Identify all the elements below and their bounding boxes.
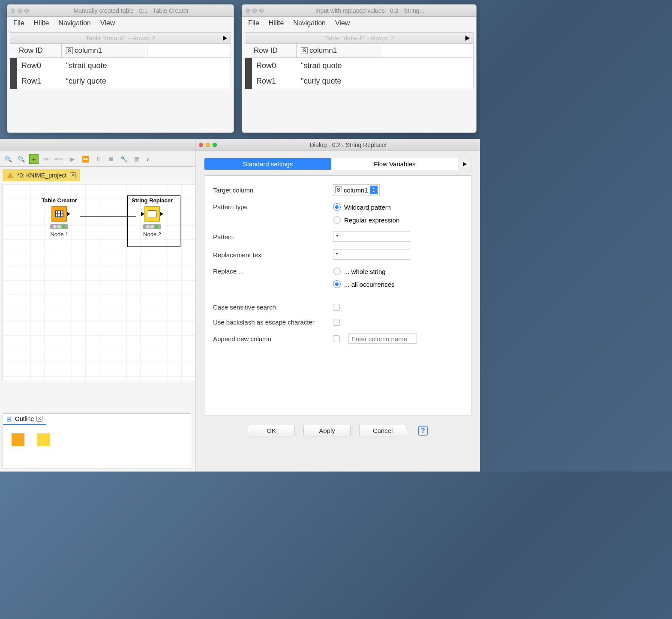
radio-all-occurrences[interactable]: ... all occurrences <box>333 280 462 288</box>
label-pattern-type: Pattern type <box>213 203 333 210</box>
menu-navigation[interactable]: Navigation <box>293 19 326 27</box>
output-port-icon[interactable] <box>67 212 70 216</box>
radio-label: ... whole string <box>344 268 386 275</box>
play-icon[interactable] <box>223 36 227 41</box>
apply-button[interactable]: Apply <box>303 425 351 436</box>
warning-icon <box>7 172 14 178</box>
outline-tab[interactable]: Outline × <box>3 414 46 425</box>
tab-next-icon[interactable] <box>458 158 471 170</box>
append-column-checkbox[interactable] <box>333 335 340 342</box>
table-window-2: Input with replaced values - 0:2 - Strin… <box>242 4 477 133</box>
table-row[interactable]: Row0 "strait quote <box>245 58 473 73</box>
radio-label: ... all occurrences <box>344 281 395 288</box>
table: Row ID S column1 Row0 "strait quote Row1… <box>10 44 231 89</box>
project-tab[interactable]: *0: KNIME_project × <box>3 169 80 181</box>
pause-icon[interactable]: ⏸ <box>93 154 103 164</box>
zoom-icon[interactable]: 🔍 <box>16 154 26 164</box>
radio-whole-string[interactable]: ... whole string <box>333 267 462 275</box>
menu-view[interactable]: View <box>335 19 350 27</box>
titlebar[interactable]: Manually created table - 0:1 - Table Cre… <box>7 5 234 17</box>
target-column-select[interactable]: S column1 <box>333 184 380 195</box>
add-icon[interactable]: + <box>29 154 39 164</box>
play-icon[interactable] <box>465 36 470 41</box>
dialog-titlebar[interactable]: Dialog - 0:2 - String Replacer <box>195 139 480 151</box>
close-icon[interactable] <box>199 143 203 147</box>
menu-file[interactable]: File <box>13 19 24 27</box>
menu-navigation[interactable]: Navigation <box>58 19 91 27</box>
header-col-label: column1 <box>75 46 102 55</box>
zoom-icon[interactable] <box>24 9 29 13</box>
header-rowid[interactable]: Row ID <box>245 44 297 57</box>
menu-view[interactable]: View <box>100 19 115 27</box>
close-tab-icon[interactable]: × <box>70 172 76 178</box>
name-icon[interactable]: NAME <box>55 154 64 164</box>
string-replacer-dialog: Dialog - 0:2 - String Replacer Standard … <box>195 139 480 472</box>
chevron-right-icon[interactable]: › <box>147 154 149 163</box>
replacement-input[interactable] <box>333 249 410 260</box>
table-row[interactable]: Row1 “curly quote <box>10 73 231 89</box>
cell-rowid: Row0 <box>252 59 297 73</box>
backslash-checkbox[interactable] <box>333 319 340 326</box>
menu-hilite[interactable]: Hilite <box>269 19 284 27</box>
menu-file[interactable]: File <box>248 19 259 27</box>
row-append-column: Append new column <box>213 334 462 344</box>
project-tab-label: *0: KNIME_project <box>17 172 66 179</box>
table-info: Table "default" - Rows: 2 <box>245 33 473 44</box>
header-rowid[interactable]: Row ID <box>10 44 62 57</box>
header-column1[interactable]: S column1 <box>297 44 382 57</box>
label-backslash: Use backslash as escape character <box>213 319 333 326</box>
radio-icon <box>333 267 341 275</box>
titlebar[interactable]: Input with replaced values - 0:2 - Strin… <box>242 5 476 17</box>
label-replace: Replace ... <box>213 267 333 275</box>
minimize-icon[interactable] <box>18 9 22 13</box>
step-icon[interactable]: ⏩ <box>81 154 90 164</box>
cell-value: "curly quote <box>297 74 382 88</box>
cell-rowid: Row0 <box>17 59 62 73</box>
case-sensitive-checkbox[interactable] <box>333 304 340 311</box>
row-target-column: Target column S column1 <box>213 184 462 195</box>
table-header: Row ID S column1 <box>10 44 231 58</box>
stop-icon[interactable]: ⏹ <box>106 154 116 164</box>
help-icon[interactable]: ? <box>418 426 428 436</box>
cell-value: "strait quote <box>62 59 147 73</box>
close-outline-icon[interactable]: × <box>36 416 42 422</box>
radio-regex[interactable]: Regular expression <box>333 216 462 224</box>
row-marker <box>245 73 252 89</box>
tab-flow-variables[interactable]: Flow Variables <box>331 158 458 170</box>
node-string-replacer[interactable]: String Replacer Node 2 <box>132 197 173 237</box>
table-info-text: Table "default" - Rows: 2 <box>324 34 394 42</box>
header-column1[interactable]: S column1 <box>62 44 147 57</box>
close-icon[interactable] <box>11 9 15 13</box>
table-row[interactable]: Row1 "curly quote <box>245 73 473 89</box>
minimize-icon[interactable] <box>206 143 210 147</box>
node-table-creator[interactable]: Table Creator Node 1 <box>42 197 77 237</box>
search-icon[interactable]: 🔍 <box>3 154 13 164</box>
row-pattern: Pattern <box>213 231 462 242</box>
string-type-icon: S <box>301 47 308 54</box>
tab-standard-settings[interactable]: Standard settings <box>204 158 331 170</box>
input-port-icon[interactable] <box>141 212 144 216</box>
output-port-icon[interactable] <box>160 212 163 216</box>
close-icon[interactable] <box>246 9 250 13</box>
minimize-icon[interactable] <box>252 9 257 13</box>
table-area: Table "default" - Rows: 2 Row ID S colum… <box>10 32 231 89</box>
outline-preview[interactable] <box>3 425 191 455</box>
append-column-name-input[interactable] <box>348 334 417 344</box>
wrench-icon[interactable]: 🔧 <box>119 154 129 164</box>
table-row[interactable]: Row0 "strait quote <box>10 58 231 73</box>
layout-icon[interactable]: ▦ <box>132 154 141 164</box>
cell-value: "strait quote <box>297 59 382 73</box>
menu-hilite[interactable]: Hilite <box>34 19 49 27</box>
id-icon[interactable]: #ID <box>42 154 51 164</box>
outline-panel: Outline × <box>3 413 191 469</box>
radio-wildcard[interactable]: Wildcard pattern <box>333 203 462 211</box>
cancel-button[interactable]: Cancel <box>359 425 406 436</box>
radio-icon <box>333 203 341 211</box>
zoom-icon[interactable] <box>213 143 217 147</box>
zoom-icon[interactable] <box>259 9 264 13</box>
ok-button[interactable]: OK <box>248 425 295 436</box>
row-marker <box>245 58 252 73</box>
row-case-sensitive: Case sensitive search <box>213 303 462 311</box>
pattern-input[interactable] <box>333 231 410 242</box>
play-icon[interactable]: ▶ <box>68 154 77 164</box>
